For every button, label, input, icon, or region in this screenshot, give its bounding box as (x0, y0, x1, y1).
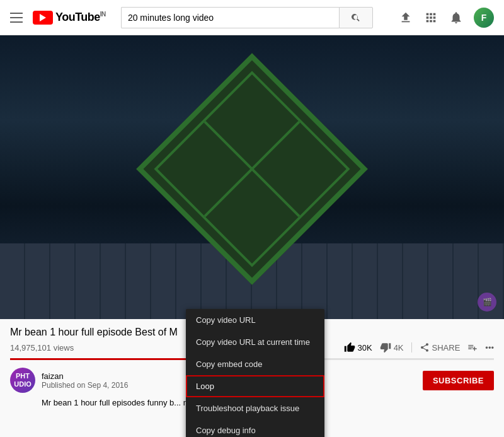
scene-window-inner (154, 71, 350, 267)
menu-item-loop[interactable]: Loop (186, 375, 324, 397)
logo[interactable]: YouTubeIN (33, 11, 106, 25)
view-count: 14,975,101 views (10, 343, 74, 353)
apps-icon[interactable] (423, 10, 438, 25)
channel-name[interactable]: faizan (42, 371, 128, 381)
menu-item-copy-debug[interactable]: Copy debug info (186, 419, 324, 437)
dislike-button[interactable]: 4K (380, 342, 404, 353)
channel-left: PHT UDIO faizan Published on Sep 4, 2016 (10, 368, 128, 393)
search-bar (121, 7, 373, 28)
share-button[interactable]: SHARE (420, 342, 461, 353)
action-divider (411, 342, 412, 353)
more-button[interactable]: ••• (485, 343, 494, 353)
channel-date: Published on Sep 4, 2016 (42, 381, 128, 390)
video-scene: 🎬 (0, 35, 504, 319)
search-button[interactable] (339, 7, 373, 28)
add-to-playlist[interactable] (467, 342, 478, 353)
search-icon (351, 13, 361, 23)
share-icon (420, 342, 430, 353)
menu-item-copy-embed[interactable]: Copy embed code (186, 353, 324, 375)
thumb-up-icon (344, 342, 355, 353)
header-left: YouTubeIN (10, 11, 106, 25)
like-button[interactable]: 30K (344, 342, 372, 353)
dislike-count: 4K (394, 343, 404, 353)
video-player[interactable]: 🎬 (0, 35, 504, 319)
channel-avatar[interactable]: PHT UDIO (10, 368, 35, 393)
more-icon: ••• (485, 343, 494, 353)
share-label: SHARE (432, 343, 461, 353)
search-input[interactable] (121, 7, 339, 28)
header-right: F (398, 8, 494, 28)
youtube-icon (33, 11, 53, 25)
user-avatar[interactable]: F (474, 8, 494, 28)
logo-text-youtube: YouTube (55, 11, 100, 23)
logo-text: YouTubeIN (55, 11, 106, 24)
channel-info: faizan Published on Sep 4, 2016 (42, 371, 128, 390)
like-count: 30K (358, 343, 372, 353)
logo-country: IN (100, 11, 106, 18)
action-buttons: 30K 4K SHARE ••• (344, 342, 495, 353)
playlist-add-icon (467, 342, 478, 353)
menu-item-troubleshoot[interactable]: Troubleshoot playback issue (186, 397, 324, 419)
upload-icon[interactable] (398, 10, 413, 25)
menu-item-copy-url[interactable]: Copy video URL (186, 309, 324, 331)
context-menu: Copy video URL Copy video URL at current… (186, 309, 324, 437)
hamburger-menu[interactable] (10, 13, 23, 23)
video-frame: 🎬 (0, 35, 504, 319)
header: YouTubeIN F (0, 0, 504, 35)
menu-item-copy-url-time[interactable]: Copy video URL at current time (186, 331, 324, 353)
notifications-icon[interactable] (449, 10, 464, 25)
video-watermark: 🎬 (478, 293, 496, 312)
thumb-down-icon (380, 342, 391, 353)
subscribe-button[interactable]: SUBSCRIBE (423, 371, 494, 390)
